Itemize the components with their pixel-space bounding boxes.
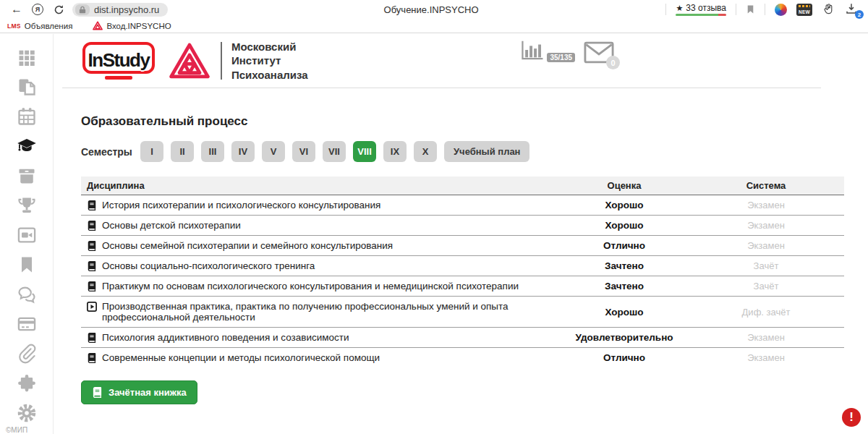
divider xyxy=(665,4,666,15)
bookmark-label: Объявления xyxy=(25,22,73,30)
alert-notification-icon[interactable]: ! xyxy=(842,408,861,427)
yandex-browser-icon[interactable]: Я xyxy=(32,4,43,15)
apps-grid-icon[interactable] xyxy=(17,47,37,67)
gradebook-button[interactable]: Зачётная книжка xyxy=(81,380,197,404)
tab-semester-5[interactable]: V xyxy=(262,141,285,162)
tab-semester-8[interactable]: VIII xyxy=(353,141,376,162)
address-bar[interactable]: dist.inpsycho.ru xyxy=(72,3,168,17)
book-icon xyxy=(92,387,103,398)
video-icon[interactable] xyxy=(17,225,37,245)
tab-semester-4[interactable]: IV xyxy=(231,141,255,162)
play-icon xyxy=(87,302,97,312)
tab-semester-7[interactable]: VII xyxy=(323,141,346,162)
discipline-name: Современные концепции и методы психологи… xyxy=(102,352,380,363)
education-icon[interactable] xyxy=(17,136,37,156)
tab-semester-6[interactable]: VI xyxy=(292,141,315,162)
rating-bar xyxy=(676,14,726,16)
book-icon xyxy=(87,221,97,231)
book-icon xyxy=(87,241,97,251)
tab-semester-2[interactable]: II xyxy=(171,141,194,162)
refresh-icon[interactable] xyxy=(49,2,68,17)
messages-button[interactable]: 0 xyxy=(584,41,614,67)
extension-new-icon[interactable]: NEW xyxy=(796,4,812,16)
settings-icon[interactable] xyxy=(17,403,37,423)
tab-study-plan[interactable]: Учебный план xyxy=(444,141,529,162)
table-row[interactable]: История психотерапии и психологического … xyxy=(81,195,844,216)
grade-value: Хорошо xyxy=(555,307,694,318)
book-icon xyxy=(87,281,97,292)
bookmark-item-announcements[interactable]: LMS Объявления xyxy=(7,22,72,30)
gradebook-button-label: Зачётная книжка xyxy=(109,387,187,398)
table-row[interactable]: Современные концепции и методы психологи… xyxy=(81,348,844,367)
extension-color-circle-icon[interactable] xyxy=(775,4,787,16)
browser-chrome: ← Я dist.inpsycho.ru Обучение.INPSYCHO ★… xyxy=(0,0,868,33)
grade-value: Хорошо xyxy=(555,200,694,210)
bookmark-item-login[interactable]: Вход.INPSYCHO xyxy=(93,21,171,30)
table-row[interactable]: Производственная практика, практика по п… xyxy=(81,297,844,328)
grade-value: Зачтено xyxy=(555,260,694,271)
semesters-label: Семестры xyxy=(81,146,140,158)
system-value: Зачёт xyxy=(694,281,838,292)
reviews-label: 33 отзыва xyxy=(686,3,726,13)
page-title: Образовательный процесс xyxy=(81,114,868,129)
table-row[interactable]: Основы социально-психологического тренин… xyxy=(81,256,844,276)
instudy-logo-text: InStudy xyxy=(79,49,158,72)
discipline-name: Производственная практика, практика по п… xyxy=(102,301,533,323)
downloads-badge: 2 xyxy=(855,10,864,19)
documents-icon[interactable] xyxy=(17,77,37,97)
grade-value: Отлично xyxy=(555,352,694,363)
downloads-icon[interactable]: 2 xyxy=(845,2,861,17)
divider xyxy=(736,4,736,15)
tab-semester-1[interactable]: I xyxy=(140,141,163,162)
book-icon xyxy=(87,261,97,271)
discipline-name: История психотерапии и психологического … xyxy=(102,200,380,210)
mip-favicon xyxy=(93,21,103,30)
stats-badge: 35/135 xyxy=(547,53,575,62)
discipline-name: Основы семейной психотерапии и семейного… xyxy=(102,240,393,251)
institute-line: Психоанализа xyxy=(231,68,308,82)
puzzle-icon[interactable] xyxy=(17,373,37,393)
site-reviews-button[interactable]: ★ 33 отзыва xyxy=(676,3,726,16)
col-system: Система xyxy=(694,180,838,191)
grade-value: Хорошо xyxy=(555,220,694,231)
mip-logo-icon[interactable] xyxy=(169,43,210,79)
progress-stats-button[interactable]: 35/135 xyxy=(520,40,575,63)
system-value: Экзамен xyxy=(694,200,838,210)
copyright-label: ©МИП xyxy=(6,426,27,434)
mail-badge: 0 xyxy=(606,56,620,69)
table-row[interactable]: Основы семейной психотерапии и семейного… xyxy=(81,236,844,256)
institute-line: Институт xyxy=(231,54,308,67)
extension-hand-icon[interactable] xyxy=(822,3,835,16)
attachment-icon[interactable] xyxy=(17,344,37,364)
star-icon: ★ xyxy=(676,4,683,13)
bookmark-flag-icon[interactable] xyxy=(746,4,755,15)
system-value: Зачёт xyxy=(694,260,838,271)
book-icon xyxy=(87,200,97,210)
trophy-icon[interactable] xyxy=(17,195,37,216)
grade-value: Удовлетворительно xyxy=(555,332,694,343)
back-icon[interactable]: ← xyxy=(7,2,26,17)
chat-icon[interactable] xyxy=(17,284,37,305)
new-label: NEW xyxy=(799,9,810,16)
bookmarks-bar: LMS Объявления Вход.INPSYCHO xyxy=(0,19,868,33)
calendar-icon[interactable] xyxy=(17,106,37,127)
table-row[interactable]: Психология аддиктивного поведения и соза… xyxy=(81,328,844,348)
bookmark-icon[interactable] xyxy=(17,255,37,275)
instudy-logo[interactable]: InStudy xyxy=(81,41,156,81)
tab-semester-9[interactable]: IX xyxy=(383,141,407,162)
system-value: Экзамен xyxy=(694,220,838,231)
header-divider xyxy=(62,88,821,88)
table-header: Дисциплина Оценка Система xyxy=(81,176,844,195)
table-row[interactable]: Практикум по основам психологического ко… xyxy=(81,276,844,297)
col-discipline: Дисциплина xyxy=(87,180,555,191)
logo-divider xyxy=(221,42,222,80)
grades-table: Дисциплина Оценка Система История психот… xyxy=(81,176,844,367)
archive-box-icon[interactable] xyxy=(17,166,37,186)
discipline-name: Психология аддиктивного поведения и соза… xyxy=(102,332,349,343)
tab-semester-10[interactable]: X xyxy=(414,141,437,162)
institute-name: Московский Институт Психоанализа xyxy=(231,40,308,81)
card-icon[interactable] xyxy=(17,314,37,334)
tab-semester-3[interactable]: III xyxy=(201,141,224,162)
semester-switcher: Семестры I II III IV V VI VII VIII IX X … xyxy=(81,141,868,162)
table-row[interactable]: Основы детской психотерапии Хорошо Экзам… xyxy=(81,216,844,236)
